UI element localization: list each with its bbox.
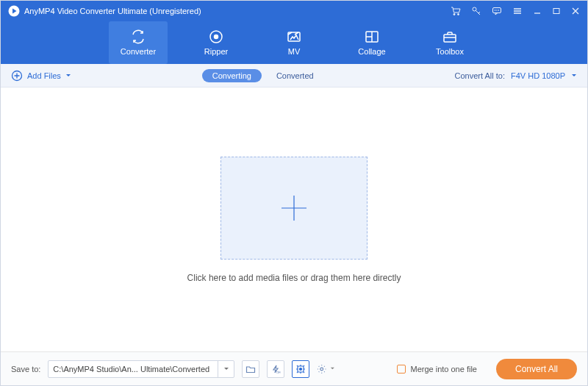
format-value: F4V HD 1080P	[511, 71, 565, 80]
bottom-bar: Save to: OFF Merge into one file Convert…	[1, 351, 587, 385]
nav-label: Converter	[121, 47, 156, 56]
bolt-icon: OFF	[270, 364, 281, 374]
title-bar: AnyMP4 Video Converter Ultimate (Unregis…	[1, 1, 587, 21]
window-title: AnyMP4 Video Converter Ultimate (Unregis…	[24, 7, 201, 15]
logo-icon	[8, 5, 20, 17]
toolbox-icon	[442, 29, 458, 44]
convert-all-to: Convert All to: F4V HD 1080P	[455, 71, 577, 80]
nav-mv[interactable]: MV	[265, 21, 323, 64]
folder-icon	[245, 364, 256, 374]
svg-point-1	[453, 14, 455, 15]
key-icon[interactable]	[471, 6, 481, 16]
menu-icon[interactable]	[512, 6, 523, 16]
svg-rect-5	[553, 9, 559, 14]
settings-button[interactable]	[317, 360, 334, 378]
app-window: AnyMP4 Video Converter Ultimate (Unregis…	[0, 0, 588, 386]
svg-point-14	[300, 368, 302, 370]
chevron-down-icon	[330, 366, 335, 371]
nav-label: Ripper	[204, 47, 228, 56]
dropzone-text: Click here to add media files or drag th…	[187, 273, 401, 283]
app-logo	[8, 5, 20, 17]
svg-point-2	[458, 14, 459, 15]
save-to-field	[48, 360, 234, 378]
main-nav: Converter Ripper MV Collage Toolbox	[1, 21, 587, 64]
nav-label: Collage	[358, 47, 385, 56]
chip-icon	[295, 364, 306, 374]
svg-point-15	[320, 368, 323, 371]
maximize-icon[interactable]	[552, 7, 561, 15]
nav-toolbox[interactable]: Toolbox	[420, 21, 479, 64]
ripper-icon	[208, 29, 224, 44]
nav-collage[interactable]: Collage	[343, 21, 401, 64]
nav-ripper[interactable]: Ripper	[187, 21, 245, 64]
nav-converter[interactable]: Converter	[109, 21, 168, 64]
converter-icon	[130, 29, 146, 44]
add-files-label: Add Files	[27, 71, 61, 80]
window-controls	[451, 6, 580, 16]
gpu-button[interactable]	[292, 360, 309, 378]
svg-point-3	[473, 7, 476, 11]
cart-icon[interactable]	[451, 6, 461, 16]
svg-point-7	[215, 35, 218, 39]
chevron-down-icon	[65, 73, 71, 79]
tab-converting[interactable]: Converting	[202, 69, 262, 82]
minimize-icon[interactable]	[533, 7, 542, 15]
gear-icon	[317, 363, 328, 375]
checkbox-icon	[397, 365, 406, 374]
sub-toolbar: Add Files Converting Converted Convert A…	[1, 64, 587, 87]
feedback-icon[interactable]	[492, 6, 502, 16]
work-area: Click here to add media files or drag th…	[1, 87, 587, 351]
dropzone[interactable]	[220, 157, 368, 260]
collage-icon	[364, 29, 380, 44]
save-to-input[interactable]	[49, 361, 218, 377]
nav-label: MV	[288, 47, 301, 56]
close-icon[interactable]	[571, 7, 580, 15]
hw-accel-button[interactable]: OFF	[267, 360, 284, 378]
merge-checkbox[interactable]: Merge into one file	[397, 365, 477, 374]
chevron-down-icon	[571, 73, 577, 79]
plus-circle-icon	[11, 70, 23, 82]
svg-text:OFF: OFF	[276, 371, 281, 374]
merge-label: Merge into one file	[410, 365, 477, 374]
open-folder-button[interactable]	[242, 360, 259, 378]
svg-rect-10	[444, 35, 456, 42]
chevron-down-icon	[223, 366, 229, 372]
nav-label: Toolbox	[436, 47, 464, 56]
add-files-button[interactable]: Add Files	[11, 70, 71, 82]
save-to-dropdown[interactable]	[218, 361, 234, 377]
tab-converted[interactable]: Converted	[266, 69, 324, 82]
plus-icon	[276, 190, 312, 226]
status-tabs: Converting Converted	[202, 69, 324, 82]
format-select[interactable]: F4V HD 1080P	[511, 71, 577, 80]
convert-all-button[interactable]: Convert All	[496, 359, 577, 379]
save-to-label: Save to:	[11, 365, 40, 374]
mv-icon	[286, 29, 302, 44]
convert-all-to-label: Convert All to:	[455, 71, 505, 80]
